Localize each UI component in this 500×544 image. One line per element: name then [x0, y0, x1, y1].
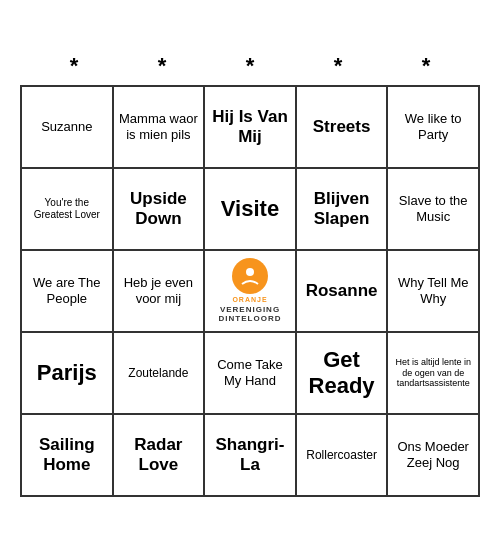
logo-icon	[238, 264, 262, 288]
cell-2-1: Heb je even voor mij	[114, 251, 206, 333]
star-2: *	[158, 53, 167, 79]
cell-0-3: Streets	[297, 87, 389, 169]
cell-2-0: We are The People	[22, 251, 114, 333]
cell-3-2: Come Take My Hand	[205, 333, 297, 415]
cell-4-0: Sailing Home	[22, 415, 114, 497]
cell-4-1: Radar Love	[114, 415, 206, 497]
star-4: *	[334, 53, 343, 79]
svg-point-0	[246, 268, 254, 276]
cell-4-2: Shangri-La	[205, 415, 297, 497]
stars-row: * * * * *	[20, 47, 480, 85]
cell-1-2: Visite	[205, 169, 297, 251]
bingo-grid: Suzanne Mamma waor is mien pils Hij Is V…	[20, 85, 480, 497]
star-1: *	[70, 53, 79, 79]
bingo-card: * * * * * Suzanne Mamma waor is mien pil…	[20, 47, 480, 497]
cell-4-3: Rollercoaster	[297, 415, 389, 497]
cell-3-0: Parijs	[22, 333, 114, 415]
star-5: *	[422, 53, 431, 79]
logo-text-vereniging: VERENIGING	[220, 305, 280, 315]
cell-0-2: Hij Is Van Mij	[205, 87, 297, 169]
cell-1-3: Blijven Slapen	[297, 169, 389, 251]
cell-3-3: Get Ready	[297, 333, 389, 415]
cell-1-4: Slave to the Music	[388, 169, 480, 251]
cell-0-0: Suzanne	[22, 87, 114, 169]
cell-4-4: Ons Moeder Zeej Nog	[388, 415, 480, 497]
logo-text-oranje: ORANJE	[232, 296, 267, 304]
oranje-logo: ORANJE VERENIGING DINTELOORD	[219, 258, 282, 324]
cell-3-4: Het is altijd lente in de ogen van de ta…	[388, 333, 480, 415]
cell-1-1: Upside Down	[114, 169, 206, 251]
cell-2-3: Rosanne	[297, 251, 389, 333]
logo-circle	[232, 258, 268, 294]
logo-text-dinteloord: DINTELOORD	[219, 314, 282, 324]
cell-0-4: We like to Party	[388, 87, 480, 169]
cell-0-1: Mamma waor is mien pils	[114, 87, 206, 169]
cell-2-2-logo: ORANJE VERENIGING DINTELOORD	[205, 251, 297, 333]
cell-1-0: You're the Greatest Lover	[22, 169, 114, 251]
cell-3-1: Zoutelande	[114, 333, 206, 415]
cell-2-4: Why Tell Me Why	[388, 251, 480, 333]
star-3: *	[246, 53, 255, 79]
